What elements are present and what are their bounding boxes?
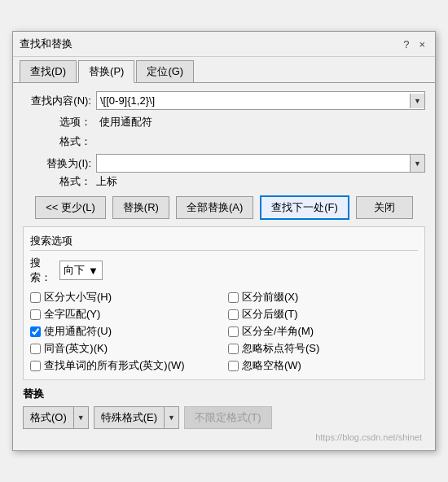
bottom-button-row: 格式(O) ▼ 特殊格式(E) ▼ 不限定格式(T)	[23, 406, 425, 429]
bottom-section: 替换 格式(O) ▼ 特殊格式(E) ▼ 不限定格式(T)	[23, 387, 425, 429]
checkbox-ignore-space[interactable]: 忽略空格(W)	[228, 358, 418, 373]
format-btn-label: 格式(O)	[24, 407, 73, 428]
replace-input-container: ▼	[96, 154, 425, 173]
checkbox-ignore-space-label: 忽略空格(W)	[242, 358, 301, 373]
format-btn-arrow: ▼	[73, 407, 88, 428]
checkbox-suffix[interactable]: 区分后缀(T)	[228, 307, 418, 322]
dialog: 查找和替换 ? × 查找(D) 替换(P) 定位(G) 查找内容(N): ▼	[12, 31, 436, 451]
checkbox-whole-word-label: 全字匹配(Y)	[44, 307, 100, 322]
help-button[interactable]: ?	[400, 38, 412, 50]
search-options-title: 搜索选项	[30, 234, 418, 251]
checkbox-homophone[interactable]: 同音(英文)(K)	[30, 341, 220, 356]
search-direction-select[interactable]: 向下 ▼	[59, 261, 103, 280]
find-dropdown-btn[interactable]: ▼	[410, 94, 424, 108]
replace-format-row: 格式： 上标	[23, 174, 425, 189]
find-content-row: 查找内容(N): ▼	[23, 91, 425, 110]
title-bar: 查找和替换 ? ×	[13, 32, 435, 57]
replace-label: 替换为(I):	[23, 156, 96, 171]
checkbox-case-sensitive[interactable]: 区分大小写(H)	[30, 290, 220, 305]
checkbox-wildcard-label: 使用通配符(U)	[44, 324, 112, 339]
replace-input-row: 替换为(I): ▼	[23, 154, 425, 173]
checkbox-wildcard[interactable]: 使用通配符(U)	[30, 324, 220, 339]
action-buttons-row: << 更少(L) 替换(R) 全部替换(A) 查找下一处(F) 关闭	[23, 195, 425, 220]
replace-format-label: 格式：	[23, 174, 96, 189]
checkbox-suffix-label: 区分后缀(T)	[242, 307, 298, 322]
special-btn-label: 特殊格式(E)	[94, 407, 164, 428]
title-bar-controls: ? ×	[400, 38, 428, 50]
checkbox-all-forms-label: 查找单词的所有形式(英文)(W)	[44, 358, 185, 373]
dialog-content: 查找内容(N): ▼ 选项： 使用通配符 格式： 替换为(I): ▼	[13, 83, 435, 450]
checkbox-fullhalf-label: 区分全/半角(M)	[242, 324, 314, 339]
checkbox-prefix[interactable]: 区分前缀(X)	[228, 290, 418, 305]
find-format-label: 格式：	[23, 134, 96, 149]
checkbox-fullhalf-input[interactable]	[228, 326, 239, 337]
checkbox-prefix-input[interactable]	[228, 292, 239, 303]
checkbox-suffix-input[interactable]	[228, 309, 239, 320]
dialog-title: 查找和替换	[20, 37, 72, 51]
close-button[interactable]: ×	[415, 38, 428, 50]
options-label: 选项：	[23, 115, 96, 129]
replace-input[interactable]	[97, 155, 410, 172]
checkbox-ignore-space-input[interactable]	[228, 361, 239, 371]
find-format-row: 格式：	[23, 134, 425, 149]
search-direction-value: 向下	[64, 263, 85, 278]
find-next-button[interactable]: 查找下一处(F)	[260, 195, 349, 220]
search-direction-row: 搜索： 向下 ▼	[30, 256, 418, 285]
replace-button[interactable]: 替换(R)	[112, 196, 169, 219]
checkbox-ignore-punctuation-label: 忽略标点符号(S)	[242, 341, 319, 356]
search-direction-arrow: ▼	[88, 265, 99, 277]
replace-dropdown-btn[interactable]: ▼	[410, 155, 424, 172]
find-label: 查找内容(N):	[23, 94, 96, 108]
no-format-btn: 不限定格式(T)	[184, 406, 272, 429]
tab-bar: 查找(D) 替换(P) 定位(G)	[13, 57, 435, 83]
find-input-wrapper: ▼	[96, 91, 425, 110]
bottom-section-title: 替换	[23, 387, 425, 401]
options-value: 使用通配符	[96, 115, 152, 129]
checkbox-whole-word-input[interactable]	[30, 309, 41, 320]
checkbox-ignore-punctuation-input[interactable]	[228, 344, 239, 354]
checkbox-wildcard-input[interactable]	[30, 326, 41, 337]
search-options-section: 搜索选项 搜索： 向下 ▼ 区分大小写(H) 区分前缀(X)	[23, 226, 425, 380]
checkbox-homophone-input[interactable]	[30, 344, 41, 354]
replace-format-value: 上标	[96, 174, 425, 189]
format-btn-group[interactable]: 格式(O) ▼	[23, 406, 89, 429]
tab-goto[interactable]: 定位(G)	[136, 60, 194, 82]
tab-find[interactable]: 查找(D)	[20, 60, 77, 82]
checkbox-fullhalf[interactable]: 区分全/半角(M)	[228, 324, 418, 339]
checkbox-case-sensitive-input[interactable]	[30, 292, 41, 303]
special-btn-group[interactable]: 特殊格式(E) ▼	[94, 406, 179, 429]
tab-replace[interactable]: 替换(P)	[78, 60, 134, 83]
options-row: 选项： 使用通配符	[23, 115, 425, 129]
checkbox-grid: 区分大小写(H) 区分前缀(X) 全字匹配(Y) 区分后缀(T) 使用通配符(U…	[30, 290, 418, 373]
checkbox-ignore-punctuation[interactable]: 忽略标点符号(S)	[228, 341, 418, 356]
checkbox-whole-word[interactable]: 全字匹配(Y)	[30, 307, 220, 322]
search-label: 搜索：	[30, 256, 59, 285]
find-input[interactable]	[97, 92, 410, 109]
watermark: https://blog.csdn.net/shinet	[23, 432, 425, 442]
checkbox-case-sensitive-label: 区分大小写(H)	[44, 290, 112, 305]
replace-all-button[interactable]: 全部替换(A)	[176, 196, 253, 219]
close-dialog-button[interactable]: 关闭	[356, 196, 413, 219]
special-btn-arrow: ▼	[164, 407, 178, 428]
checkbox-all-forms-input[interactable]	[30, 361, 41, 371]
checkbox-all-forms[interactable]: 查找单词的所有形式(英文)(W)	[30, 358, 220, 373]
find-input-container: ▼	[96, 91, 425, 110]
checkbox-prefix-label: 区分前缀(X)	[242, 290, 298, 305]
less-button[interactable]: << 更少(L)	[35, 196, 106, 219]
checkbox-homophone-label: 同音(英文)(K)	[44, 341, 108, 356]
